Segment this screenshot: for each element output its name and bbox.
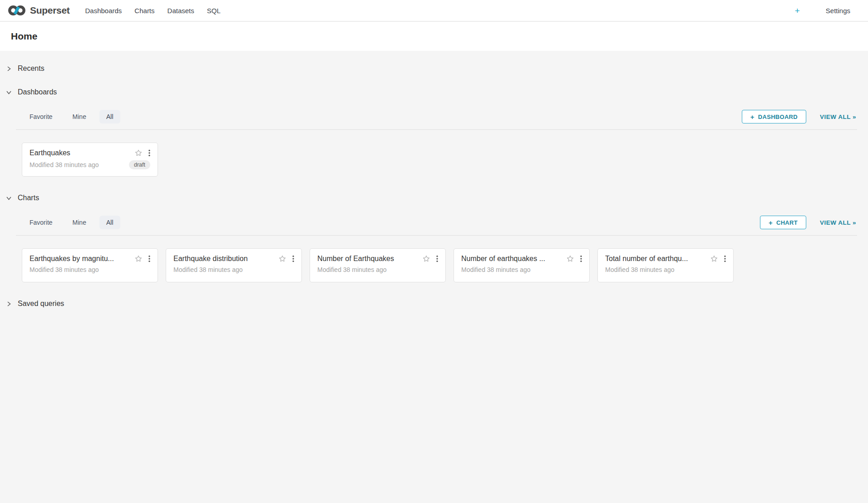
section-header-saved-queries[interactable]: Saved queries [0, 298, 868, 310]
dashboards-controls: Favorite Mine All + DASHBOARD VIEW ALL » [0, 110, 868, 123]
chart-card[interactable]: Earthquakes by magnitu... Modified 38 mi… [22, 248, 158, 282]
tab-mine[interactable]: Mine [66, 110, 93, 123]
section-dashboards: Dashboards Favorite Mine All + DASHBOARD… [0, 86, 868, 177]
kebab-menu-icon[interactable] [580, 255, 582, 262]
card-title[interactable]: Earthquakes by magnitu... [30, 255, 130, 263]
divider [16, 129, 857, 130]
charts-actions: + CHART VIEW ALL » [760, 216, 856, 229]
nav-item-sql-menu[interactable]: SQL [201, 1, 234, 20]
plus-icon: + [795, 6, 800, 15]
chart-card[interactable]: Number of Earthquakes Modified 38 minute… [310, 248, 446, 282]
section-title: Charts [18, 194, 39, 202]
nav-item-charts[interactable]: Charts [128, 1, 161, 20]
top-navbar: Superset Dashboards Charts Datasets SQL … [0, 0, 868, 22]
kebab-menu-icon[interactable] [148, 149, 150, 157]
section-charts: Charts Favorite Mine All + CHART VIEW AL… [0, 192, 868, 282]
card-title[interactable]: Earthquake distribution [173, 255, 274, 263]
tab-all[interactable]: All [99, 110, 120, 123]
tab-mine[interactable]: Mine [66, 216, 93, 229]
superset-infinity-icon [7, 4, 26, 17]
superset-logo[interactable]: Superset [7, 4, 69, 17]
new-chart-button[interactable]: + CHART [760, 216, 806, 229]
plus-icon: + [769, 219, 773, 226]
card-modified-text: Modified 38 minutes ago [317, 266, 438, 273]
divider [16, 235, 857, 236]
dashboard-cards-row: Earthquakes Modified 38 minutes ago draf… [0, 143, 868, 177]
dashboard-card[interactable]: Earthquakes Modified 38 minutes ago draf… [22, 143, 158, 177]
star-icon[interactable] [134, 149, 143, 157]
dashboards-tabs: Favorite Mine All [23, 110, 120, 123]
new-dashboard-button[interactable]: + DASHBOARD [742, 110, 806, 123]
kebab-menu-icon[interactable] [724, 255, 726, 262]
tab-all[interactable]: All [99, 216, 120, 229]
charts-controls: Favorite Mine All + CHART VIEW ALL » [0, 216, 868, 229]
kebab-menu-icon[interactable] [148, 255, 150, 262]
section-title: Recents [18, 64, 44, 73]
settings-menu[interactable]: Settings [826, 7, 857, 15]
card-title[interactable]: Number of Earthquakes [317, 255, 418, 263]
chevron-down-icon [6, 89, 12, 95]
chart-cards-row: Earthquakes by magnitu... Modified 38 mi… [0, 248, 868, 282]
star-icon[interactable] [422, 255, 430, 263]
section-header-dashboards[interactable]: Dashboards [0, 86, 868, 98]
chart-card[interactable]: Total number of earthqu... Modified 38 m… [597, 248, 734, 282]
tab-favorite[interactable]: Favorite [23, 110, 59, 123]
kebab-menu-icon[interactable] [292, 255, 294, 262]
section-title: Dashboards [18, 88, 57, 96]
chevron-right-icon [6, 66, 12, 72]
star-icon[interactable] [134, 255, 143, 263]
dashboards-actions: + DASHBOARD VIEW ALL » [742, 110, 856, 123]
home-content: Recents Dashboards Favorite Mine All + D… [0, 51, 868, 503]
chart-card[interactable]: Earthquake distribution Modified 38 minu… [166, 248, 302, 282]
page-title: Home [11, 31, 37, 42]
draft-badge: draft [129, 160, 150, 169]
plus-icon: + [750, 113, 755, 120]
charts-tabs: Favorite Mine All [23, 216, 120, 229]
nav-item-dashboards[interactable]: Dashboards [79, 1, 128, 20]
card-modified-text: Modified 38 minutes ago [461, 266, 582, 273]
card-title[interactable]: Total number of earthqu... [605, 255, 705, 263]
main-nav: Dashboards Charts Datasets SQL [79, 1, 233, 20]
title-band: Home [0, 22, 868, 51]
card-modified-text: Modified 38 minutes ago [605, 266, 726, 273]
chart-card[interactable]: Number of earthquakes ... Modified 38 mi… [454, 248, 590, 282]
section-title: Saved queries [18, 300, 64, 308]
chevron-down-icon [6, 195, 12, 201]
card-modified-text: Modified 38 minutes ago [30, 266, 150, 273]
section-header-recents[interactable]: Recents [0, 63, 868, 74]
nav-item-datasets[interactable]: Datasets [161, 1, 201, 20]
new-item-dropdown[interactable]: + [795, 6, 807, 15]
card-modified-text: Modified 38 minutes ago [30, 161, 129, 168]
card-modified-text: Modified 38 minutes ago [173, 266, 294, 273]
tab-favorite[interactable]: Favorite [23, 216, 59, 229]
brand-name: Superset [30, 5, 69, 16]
card-title[interactable]: Number of earthquakes ... [461, 255, 562, 263]
star-icon[interactable] [710, 255, 718, 263]
view-all-dashboards-link[interactable]: VIEW ALL » [820, 113, 856, 120]
navbar-right: + Settings [795, 6, 861, 15]
star-icon[interactable] [566, 255, 574, 263]
card-title[interactable]: Earthquakes [30, 149, 130, 157]
kebab-menu-icon[interactable] [436, 255, 438, 262]
star-icon[interactable] [278, 255, 286, 263]
chevron-right-icon [6, 301, 12, 307]
view-all-charts-link[interactable]: VIEW ALL » [820, 219, 856, 226]
section-header-charts[interactable]: Charts [0, 192, 868, 204]
